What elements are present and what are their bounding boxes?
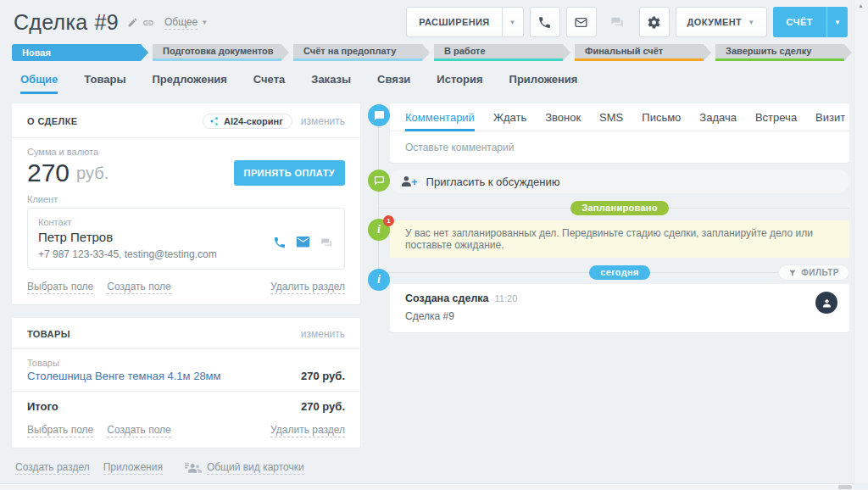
attachments-link[interactable]: Приложения	[103, 461, 163, 475]
edit-deal-link[interactable]: изменить	[301, 115, 345, 127]
composer-card: Комментарий Ждать Звонок SMS Письмо Зада…	[390, 103, 849, 163]
event-card[interactable]: Создана сделка 11:20 Сделка #9	[390, 284, 849, 332]
stage-new[interactable]: Новая	[12, 44, 141, 61]
delete-section-link[interactable]: Удалить раздел	[270, 424, 345, 437]
contact-label: Контакт	[38, 217, 334, 227]
delete-section-link[interactable]: Удалить раздел	[270, 281, 345, 294]
edit-products-link[interactable]: изменить	[301, 328, 345, 340]
document-button[interactable]: ДОКУМЕНТ ▼	[676, 7, 767, 37]
total-row: Итого 270 руб.	[27, 400, 345, 413]
tab-offers[interactable]: Предложения	[153, 73, 227, 94]
feed-tab-comment[interactable]: Комментарий	[405, 103, 475, 131]
document-button-label: ДОКУМЕНТ	[687, 17, 743, 27]
comment-input[interactable]	[390, 131, 849, 163]
no-tasks-notice: У вас нет запланированных дел. Передвинь…	[390, 220, 849, 258]
chevron-down-icon: ▼	[748, 19, 754, 26]
chat-button[interactable]	[603, 7, 633, 37]
feed-tab-wait[interactable]: Ждать	[493, 103, 526, 131]
deal-section-title: О СДЕЛКЕ	[27, 116, 78, 126]
ai-scoring-badge[interactable]: AI24-скоринг	[203, 114, 292, 129]
deal-number: #9	[95, 10, 119, 35]
tab-relations[interactable]: Связи	[377, 73, 410, 94]
page-header: Сделка #9 Общее ▼	[14, 10, 208, 35]
feed-tab-visit[interactable]: Визит	[815, 103, 845, 131]
tab-attachments[interactable]: Приложения	[509, 73, 578, 94]
choose-field-link[interactable]: Выбрать поле	[27, 424, 93, 437]
divider	[12, 391, 360, 392]
event-info-icon: i	[368, 269, 390, 291]
contact-phone-icon[interactable]	[273, 236, 287, 249]
deal-amount[interactable]: 270	[27, 159, 70, 187]
left-footer: Создать раздел Приложения Общий вид карт…	[15, 461, 357, 475]
scrollbar-thumb[interactable]	[838, 485, 852, 489]
feed-tab-letter[interactable]: Письмо	[642, 103, 681, 131]
feed-tab-meeting[interactable]: Встреча	[755, 103, 797, 131]
extensions-dropdown-button[interactable]: ▼	[502, 8, 523, 36]
contact-card[interactable]: Контакт Петр Петров +7 987 123-33-45, te…	[27, 208, 345, 270]
scoring-icon	[209, 116, 220, 126]
deal-page: Сделка #9 Общее ▼ РАСШИРЕНИЯ ▼	[0, 0, 868, 490]
people-icon	[185, 462, 202, 474]
phone-icon	[537, 15, 552, 30]
extensions-button-label: РАСШИРЕНИЯ	[407, 8, 501, 36]
deal-currency: руб.	[76, 164, 108, 183]
stage-final-invoice[interactable]: Финальный счёт	[575, 44, 704, 61]
person-icon	[821, 298, 832, 309]
stage-label: Счёт на предоплату	[303, 46, 396, 56]
invoice-button[interactable]: СЧЁТ ▼	[773, 7, 848, 37]
settings-button[interactable]	[639, 7, 670, 37]
stage-prepayment-invoice[interactable]: Счёт на предоплату	[293, 44, 422, 61]
link-icon[interactable]	[142, 17, 154, 29]
stage-docs-preparation[interactable]: Подготовка документов	[153, 44, 281, 61]
tab-products[interactable]: Товары	[84, 73, 125, 94]
feed-tab-call[interactable]: Звонок	[545, 103, 581, 131]
card-tabs: Общие Товары Предложения Счета Заказы Св…	[20, 73, 577, 94]
horizontal-scrollbar[interactable]	[0, 483, 854, 490]
avatar[interactable]	[815, 292, 837, 314]
tab-general[interactable]: Общие	[20, 73, 58, 94]
chevron-down-icon: ▼	[509, 19, 515, 26]
accept-payment-button[interactable]: ПРИНЯТЬ ОПЛАТУ	[234, 160, 345, 186]
invite-discussion-button[interactable]: + Пригласить к обсуждению	[390, 170, 849, 193]
card-view-link[interactable]: Общий вид карточки	[207, 461, 304, 475]
contact-mail-icon[interactable]	[296, 237, 310, 248]
client-label: Клиент	[27, 194, 345, 204]
tab-history[interactable]: История	[437, 73, 482, 94]
stage-label: В работе	[444, 46, 486, 56]
product-name-link[interactable]: Столешница Венге темная 4.1м 28мм	[27, 370, 220, 382]
stage-close-deal[interactable]: Завершить сделку	[715, 44, 844, 61]
invoice-dropdown-button[interactable]: ▼	[826, 7, 848, 37]
chevron-down-icon: ▼	[834, 19, 841, 26]
comment-timeline-icon	[368, 104, 390, 126]
scroll-up-icon[interactable]: ▲	[858, 3, 864, 8]
choose-field-link[interactable]: Выбрать поле	[27, 281, 93, 294]
feed-tab-task[interactable]: Задача	[699, 103, 737, 131]
left-column: О СДЕЛКЕ AI24-скоринг изменить Сумма и в…	[12, 103, 360, 475]
stage-in-progress[interactable]: В работе	[434, 44, 563, 61]
timeline-rail	[378, 115, 379, 280]
email-button[interactable]	[566, 7, 597, 37]
extensions-button[interactable]: РАСШИРЕНИЯ ▼	[406, 7, 523, 37]
chat-icon	[609, 15, 626, 30]
create-field-link[interactable]: Создать поле	[107, 424, 171, 437]
planned-badge-row: Запланировано	[390, 201, 849, 214]
vertical-scrollbar[interactable]: ▲	[854, 0, 868, 483]
tab-orders[interactable]: Заказы	[311, 73, 351, 94]
event-time: 11:20	[495, 293, 518, 303]
mail-icon	[574, 15, 588, 30]
product-price: 270 руб.	[301, 370, 345, 382]
event-title: Создана сделка	[405, 292, 489, 304]
invite-discussion-label: Пригласить к обсуждению	[426, 175, 560, 188]
pipeline-selector[interactable]: Общее ▼	[164, 16, 208, 30]
call-button[interactable]	[530, 7, 560, 37]
feed-tab-sms[interactable]: SMS	[599, 103, 623, 131]
tab-invoices[interactable]: Счета	[253, 73, 285, 94]
contact-chat-icon[interactable]	[320, 237, 334, 249]
planned-badge: Запланировано	[570, 201, 669, 215]
filter-button[interactable]: ФИЛЬТР	[778, 264, 849, 281]
edit-title-icon[interactable]	[127, 17, 138, 28]
stage-label: Финальный счёт	[585, 46, 663, 56]
create-field-link[interactable]: Создать поле	[107, 281, 171, 294]
contact-details: +7 987 123-33-45, testing@testing.com	[38, 248, 334, 260]
create-section-link[interactable]: Создать раздел	[15, 461, 90, 475]
